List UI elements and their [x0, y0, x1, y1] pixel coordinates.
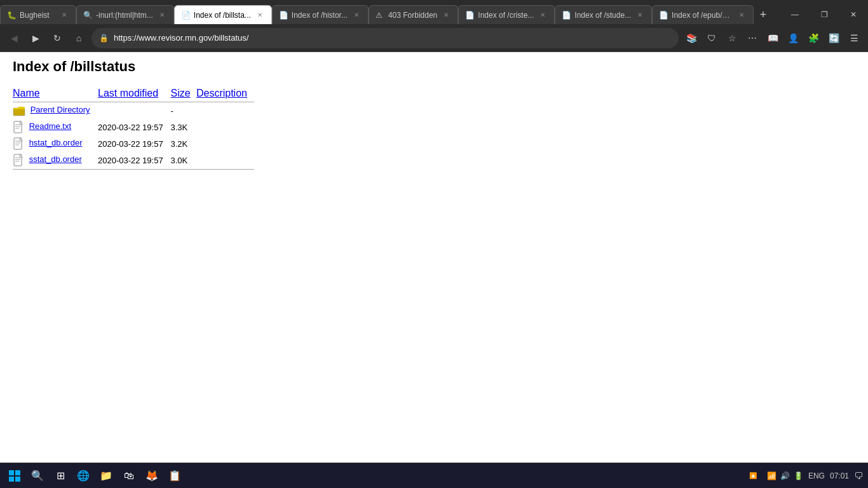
table-footer-cell — [13, 170, 254, 175]
col-lastmod-link[interactable]: Last modified — [98, 88, 158, 98]
back-button[interactable]: ◀ — [5, 29, 23, 47]
tab-favicon-1: 🐛 — [7, 11, 16, 20]
tab-bugheist[interactable]: 🐛 Bugheist ✕ — [0, 5, 76, 24]
new-tab-button[interactable]: + — [754, 5, 773, 24]
tab-close-6[interactable]: ✕ — [538, 10, 548, 20]
tab-google[interactable]: 🔍 -inurl:(html|htm... ✕ — [76, 5, 174, 24]
tab-close-7[interactable]: ✕ — [635, 10, 645, 20]
hstat-link[interactable]: hstat_db.order — [29, 138, 83, 147]
readme-size: 3.3K — [170, 119, 196, 135]
tray-chevron-icon[interactable]: 🔼 — [744, 467, 762, 485]
col-size-link[interactable]: Size — [170, 88, 190, 98]
hstat-lastmod: 2020-03-22 19:57 — [98, 135, 170, 152]
parent-dir-link[interactable]: Parent Directory — [31, 105, 90, 114]
forward-button[interactable]: ▶ — [27, 29, 44, 47]
parent-dir-lastmod — [98, 102, 170, 119]
extensions-icon[interactable]: 🧩 — [804, 29, 822, 47]
tab-favicon-5: ⚠ — [376, 11, 384, 20]
clock[interactable]: 07:01 — [830, 471, 849, 480]
parent-dir-desc — [196, 102, 254, 119]
tab-close-2[interactable]: ✕ — [157, 10, 167, 20]
reload-button[interactable]: ↻ — [48, 29, 66, 47]
tab-criste[interactable]: 📄 Index of /criste... ✕ — [458, 5, 555, 24]
battery-icon: 🔋 — [794, 471, 803, 480]
profile-icon[interactable]: 👤 — [784, 29, 802, 47]
search-taskbar-button[interactable]: 🔍 — [28, 466, 47, 485]
table-row: sstat_db.order 2020-03-22 19:57 3.0K — [13, 152, 254, 170]
tab-title-5: 403 Forbidden — [388, 11, 437, 20]
page-content: Index of /billstatus Name Last modified … — [0, 52, 868, 463]
file-icon — [13, 121, 24, 133]
col-desc-link[interactable]: Description — [196, 88, 247, 98]
tray-icons: 📶 🔊 🔋 — [767, 471, 803, 480]
hstat-size: 3.2K — [170, 135, 196, 152]
tab-close-4[interactable]: ✕ — [351, 10, 362, 20]
url-input[interactable] — [114, 33, 671, 43]
store-taskbar-button[interactable]: 🛍 — [119, 466, 139, 485]
col-lastmod-header: Last modified — [98, 85, 170, 102]
tab-epub[interactable]: 📄 Index of /epub/30/... ✕ — [652, 5, 754, 24]
col-desc-header: Description — [196, 85, 254, 102]
tab-favicon-8: 📄 — [659, 11, 668, 20]
table-row: Readme.txt 2020-03-22 19:57 3.3K — [13, 119, 254, 135]
tab-close-5[interactable]: ✕ — [441, 10, 451, 20]
explorer-taskbar-button[interactable]: 📁 — [97, 466, 116, 485]
table-body: Parent Directory - — [13, 102, 254, 170]
nav-bar: ◀ ▶ ↻ ⌂ 🔒 📚 🛡 ☆ ⋯ 📖 👤 🧩 🔄 ☰ — [0, 24, 868, 52]
tab-stude[interactable]: 📄 Index of /stude... ✕ — [555, 5, 652, 24]
task-view-button[interactable]: ⊞ — [51, 466, 70, 485]
close-button[interactable]: ✕ — [839, 5, 868, 24]
tab-close-1[interactable]: ✕ — [59, 10, 69, 20]
network-icon: 📶 — [767, 471, 776, 480]
col-size-header: Size — [170, 85, 196, 102]
menu-button[interactable]: ☰ — [845, 29, 863, 47]
sstat-link[interactable]: sstat_db.order — [29, 154, 82, 164]
volume-icon: 🔊 — [780, 471, 790, 480]
table-header-row: Name Last modified Size Description — [13, 85, 254, 102]
minimize-button[interactable]: — — [780, 5, 810, 24]
tab-forbidden[interactable]: ⚠ 403 Forbidden ✕ — [369, 5, 458, 24]
tab-billstatus[interactable]: 📄 Index of /billsta... ✕ — [174, 5, 272, 24]
sstat-cell: sstat_db.order — [13, 152, 98, 170]
taskbar-tray: 🔼 📶 🔊 🔋 ENG 07:01 🗨 — [744, 467, 863, 485]
readme-cell: Readme.txt — [13, 119, 98, 135]
tab-favicon-2: 🔍 — [83, 11, 92, 20]
table-footer-row — [13, 170, 254, 175]
tab-favicon-3: 📄 — [181, 11, 190, 20]
col-name-link[interactable]: Name — [13, 88, 40, 98]
collections-icon[interactable]: 📚 — [682, 29, 700, 47]
more-options-icon[interactable]: ⋯ — [743, 29, 761, 47]
edge-taskbar-button[interactable]: 🌐 — [74, 466, 93, 485]
file-icon — [13, 137, 24, 150]
sstat-lastmod: 2020-03-22 19:57 — [98, 152, 170, 170]
shield-icon[interactable]: 🛡 — [703, 29, 721, 47]
window-controls: — ❐ ✕ — [780, 5, 868, 24]
readme-desc — [196, 119, 254, 135]
address-bar[interactable]: 🔒 — [92, 28, 679, 48]
tab-title-1: Bugheist — [20, 11, 55, 20]
tab-close-3[interactable]: ✕ — [255, 10, 265, 20]
star-icon[interactable]: ☆ — [723, 29, 741, 47]
hstat-cell: hstat_db.order — [13, 135, 98, 152]
windows-logo-icon — [8, 470, 21, 482]
sync-icon[interactable]: 🔄 — [825, 29, 843, 47]
folder-icon — [13, 104, 25, 117]
extra-taskbar-button[interactable]: 📋 — [165, 466, 184, 485]
tab-history[interactable]: 📄 Index of /histor... ✕ — [272, 5, 369, 24]
file-icon — [13, 154, 24, 166]
svg-rect-15 — [9, 477, 14, 482]
readme-link[interactable]: Readme.txt — [29, 121, 71, 131]
tab-favicon-4: 📄 — [279, 11, 288, 20]
tab-close-8[interactable]: ✕ — [736, 10, 747, 20]
notification-icon[interactable]: 🗨 — [854, 471, 863, 481]
firefox-taskbar-button[interactable]: 🦊 — [142, 466, 161, 485]
tab-title-2: -inurl:(html|htm... — [96, 11, 153, 20]
page-title: Index of /billstatus — [13, 58, 855, 75]
maximize-button[interactable]: ❐ — [810, 5, 839, 24]
home-button[interactable]: ⌂ — [70, 29, 88, 47]
tab-title-8: Index of /epub/30/... — [672, 11, 733, 20]
start-button[interactable] — [5, 466, 24, 485]
col-name-header: Name — [13, 85, 98, 102]
table-row: hstat_db.order 2020-03-22 19:57 3.2K — [13, 135, 254, 152]
reading-list-icon[interactable]: 📖 — [764, 29, 782, 47]
